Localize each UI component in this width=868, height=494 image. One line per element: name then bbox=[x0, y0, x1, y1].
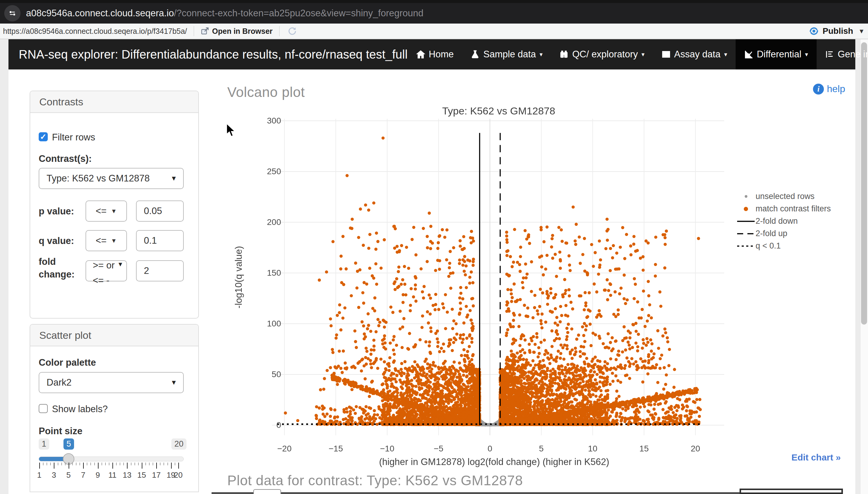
slider-tick bbox=[123, 462, 124, 465]
nav-item-qc-exploratory[interactable]: QC/ exploratory▾ bbox=[551, 39, 653, 70]
list-icon bbox=[825, 50, 834, 59]
slider-tick bbox=[43, 462, 43, 465]
q-value-field-wrap bbox=[136, 230, 184, 251]
slider-tick bbox=[149, 462, 150, 465]
q-value-label: q value: bbox=[39, 235, 74, 246]
show-labels-label: Show labels? bbox=[52, 404, 108, 415]
slider-tick bbox=[152, 462, 153, 465]
publish-button[interactable]: Publish ▾ bbox=[809, 26, 863, 36]
color-palette-value: Dark2 bbox=[47, 377, 72, 388]
x-tick-label: 15 bbox=[632, 444, 656, 454]
refresh-icon bbox=[287, 26, 297, 36]
y-tick-label: 150 bbox=[251, 268, 281, 278]
address-params: /?connect-exch-token=ab25pu2ose&view=shi… bbox=[174, 8, 423, 18]
slider-tick bbox=[145, 462, 146, 465]
x-tick-label: 0 bbox=[478, 444, 502, 454]
slider-tick bbox=[131, 462, 131, 465]
legend-item[interactable]: 2-fold down bbox=[736, 215, 851, 227]
table-icon bbox=[662, 50, 671, 59]
filter-rows-checkbox[interactable]: ✓ bbox=[39, 132, 48, 141]
address-url[interactable]: a08c9546a.connect.cloud.seqera.io/?conne… bbox=[26, 8, 423, 19]
window-top-strip bbox=[0, 0, 868, 3]
flask-icon bbox=[471, 50, 480, 59]
tune-icon[interactable] bbox=[4, 5, 21, 21]
y-tick-label: 0 bbox=[251, 420, 281, 430]
slider-tick-label: 9 bbox=[95, 471, 100, 480]
slider-tick bbox=[160, 462, 161, 465]
legend-item[interactable]: q < 0.1 bbox=[736, 240, 851, 252]
nav-item-sample-data[interactable]: Sample data▾ bbox=[462, 39, 551, 70]
chevron-down-icon: ▼ bbox=[117, 261, 123, 268]
show-labels-checkbox[interactable] bbox=[39, 404, 48, 413]
y-tick-label: 300 bbox=[251, 116, 281, 126]
y-axis-label: -log10(q value) bbox=[233, 232, 244, 322]
slider-tick bbox=[112, 462, 113, 469]
q-value-operator-select[interactable]: <= ▼ bbox=[86, 230, 127, 251]
nav-item-gene-info[interactable]: Gene info bbox=[817, 39, 868, 70]
help-link[interactable]: i help bbox=[813, 83, 845, 95]
color-palette-select[interactable]: Dark2 ▼ bbox=[39, 372, 184, 393]
x-tick-label: 20 bbox=[683, 444, 707, 454]
p-value-operator: <= bbox=[95, 206, 106, 216]
slider-tick bbox=[163, 462, 164, 465]
slider-tick-label: 3 bbox=[52, 471, 56, 480]
slider-tick bbox=[69, 462, 69, 469]
point-size-label: Point size bbox=[39, 426, 83, 437]
chevron-down-icon: ▼ bbox=[111, 238, 117, 244]
slider-tick bbox=[178, 462, 179, 469]
nav-item-assay-data[interactable]: Assay data▾ bbox=[653, 39, 736, 70]
slider-min-badge: 1 bbox=[39, 438, 49, 450]
slider-tick-label: 13 bbox=[123, 471, 131, 480]
nav-item-home[interactable]: Home bbox=[408, 39, 463, 70]
fold-change-input[interactable] bbox=[136, 260, 184, 281]
divider bbox=[279, 26, 279, 36]
slider-tick-label: 17 bbox=[152, 471, 161, 480]
slider-tick bbox=[90, 462, 91, 465]
color-palette-label: Color palette bbox=[39, 357, 96, 368]
refresh-button[interactable] bbox=[287, 26, 297, 36]
legend-item[interactable]: unselected rows bbox=[736, 190, 851, 203]
slider-tick bbox=[116, 462, 117, 465]
slider-tick-label: 1 bbox=[37, 471, 41, 480]
slider-tick bbox=[134, 462, 135, 465]
chevron-down-icon: ▼ bbox=[111, 208, 117, 215]
legend-item[interactable]: match contrast filters bbox=[736, 203, 851, 215]
chart-legend: unselected rowsmatch contrast filters2-f… bbox=[736, 190, 851, 252]
section-title: Volcano plot bbox=[227, 84, 305, 100]
y-tick-label: 100 bbox=[251, 319, 281, 328]
nav-item-differential[interactable]: Differential▾ bbox=[736, 39, 817, 70]
chevron-down-icon: ▼ bbox=[170, 379, 177, 386]
volcano-plot-canvas[interactable] bbox=[227, 103, 735, 474]
legend-item[interactable]: 2-fold up bbox=[736, 227, 851, 240]
divider bbox=[194, 26, 194, 36]
scatter-plot-panel-title: Scatter plot bbox=[30, 325, 198, 346]
q-value-input[interactable] bbox=[136, 230, 184, 251]
chart-line-icon bbox=[744, 50, 753, 59]
slider-tick-label: 11 bbox=[109, 471, 117, 480]
slider-tick bbox=[127, 462, 128, 469]
x-tick-label: −15 bbox=[324, 444, 348, 454]
p-value-input[interactable] bbox=[136, 201, 184, 222]
x-tick-label: 10 bbox=[581, 444, 605, 454]
open-in-browser-button[interactable]: Open in Browser bbox=[201, 27, 273, 36]
mouse-cursor bbox=[226, 123, 236, 138]
x-tick-label: −20 bbox=[272, 444, 296, 454]
help-label: help bbox=[827, 83, 845, 95]
scrollbar-thumb[interactable] bbox=[861, 42, 867, 325]
table-length-select-partial[interactable] bbox=[253, 489, 281, 494]
fold-change-label: fold change: bbox=[39, 255, 81, 281]
home-icon bbox=[416, 50, 425, 59]
page-gutter-right bbox=[855, 39, 860, 494]
chevron-down-icon: ▾ bbox=[641, 51, 644, 58]
x-axis-label: (higher in GM12878) log2(fold change) (h… bbox=[227, 457, 762, 468]
contrast-label: Contrast(s): bbox=[39, 153, 92, 164]
p-value-operator-select[interactable]: <= ▼ bbox=[86, 201, 127, 222]
slider-tick bbox=[39, 462, 40, 469]
edit-chart-link[interactable]: Edit chart » bbox=[735, 452, 841, 462]
slider-tick bbox=[54, 462, 54, 469]
slider-tick bbox=[156, 462, 157, 469]
contrast-select[interactable]: Type: K562 vs GM12878 ▼ bbox=[39, 168, 184, 189]
fold-change-operator-select[interactable]: >= or <= - ▼ bbox=[86, 260, 127, 281]
page-gutter-left bbox=[0, 39, 8, 494]
slider-tick bbox=[72, 462, 73, 465]
